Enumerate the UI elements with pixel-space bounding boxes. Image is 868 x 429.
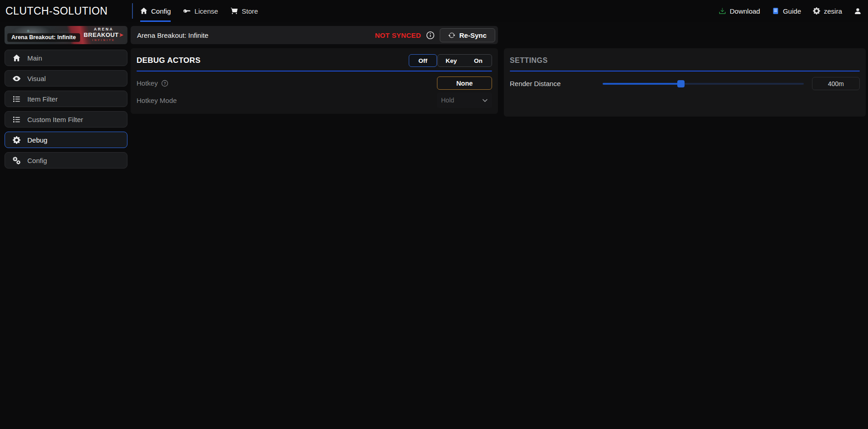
sidebar-item-label: Visual — [27, 75, 46, 82]
hotkey-mode-select[interactable]: Hold — [437, 92, 492, 108]
banner-game-label: Arena Breakout: Infinite — [7, 33, 80, 42]
render-distance-value: 400m — [812, 77, 860, 90]
sidebar-item-debug[interactable]: Debug — [5, 132, 127, 148]
debug-actors-card: DEBUG ACTORS Off Key On Hotkey ? None Ho… — [131, 48, 498, 114]
tab-store[interactable]: Store — [231, 0, 258, 22]
resync-button[interactable]: Re-Sync — [440, 28, 495, 42]
settings-panel: SETTINGS Render Distance 400m — [504, 48, 866, 117]
book-icon — [772, 7, 779, 15]
refresh-icon — [448, 32, 455, 39]
sidebar-item-main[interactable]: Main — [5, 50, 127, 66]
sync-status-badge: NOT SYNCED — [375, 31, 421, 39]
sidebar-item-label: Config — [27, 157, 47, 164]
settings-title: SETTINGS — [510, 56, 548, 65]
hotkey-label: Hotkey ? — [137, 79, 168, 87]
hotkey-bind-button[interactable]: None — [437, 77, 492, 90]
eye-icon — [13, 75, 20, 82]
tab-config[interactable]: Config — [140, 0, 171, 22]
slider-handle[interactable] — [677, 80, 685, 87]
sidebar-item-item-filter[interactable]: Item Filter — [5, 91, 127, 107]
toggle-off-button[interactable]: Off — [409, 54, 437, 67]
render-distance-slider[interactable] — [603, 80, 804, 87]
sidebar-item-config[interactable]: Config — [5, 152, 127, 169]
gear-icon — [813, 7, 820, 15]
hotkey-mode-label: Hotkey Mode — [137, 97, 177, 104]
question-circle-icon[interactable]: ? — [161, 80, 168, 87]
toggle-on-button[interactable]: On — [465, 55, 492, 66]
sync-cluster: NOT SYNCED Re-Sync — [375, 28, 495, 42]
section-divider — [137, 71, 492, 72]
list-icon — [13, 116, 20, 123]
download-link[interactable]: Download — [719, 7, 760, 15]
person-icon[interactable] — [854, 7, 862, 15]
tab-store-label: Store — [242, 7, 258, 15]
section-divider — [510, 71, 860, 72]
header-tabs: Config License Store — [140, 0, 258, 22]
svg-text:?: ? — [163, 81, 166, 86]
banner-arrow-icon: ➤ — [119, 31, 124, 38]
list-icon — [13, 95, 20, 103]
render-distance-label: Render Distance — [510, 80, 603, 87]
username-label: zesira — [824, 7, 842, 15]
debug-toggle-group: Off Key On — [409, 54, 492, 67]
banner-brand-logo: ARENA BREAKOUT➤ INFINITE — [84, 27, 124, 41]
sidebar-item-label: Main — [27, 54, 42, 62]
header-right-cluster: Download Guide zesira — [719, 0, 862, 22]
render-distance-row: Render Distance 400m — [510, 77, 860, 90]
tab-license-label: License — [194, 7, 218, 15]
info-icon[interactable] — [426, 31, 435, 40]
guide-link[interactable]: Guide — [772, 7, 801, 15]
chevron-down-icon — [482, 97, 488, 103]
settings-header: SETTINGS — [510, 48, 860, 67]
sidebar-item-custom-item-filter[interactable]: Custom Item Filter — [5, 111, 127, 128]
slider-fill — [603, 83, 681, 85]
game-banner[interactable]: ARENA BREAKOUT➤ INFINITE Arena Breakout:… — [5, 26, 127, 44]
app-header: CLUTCH-SOLUTION Config License Store — [0, 0, 868, 22]
hotkey-mode-value: Hold — [441, 97, 454, 104]
header-divider — [132, 3, 133, 19]
tab-license[interactable]: License — [183, 0, 218, 22]
guide-label: Guide — [783, 7, 801, 15]
gear-icon — [13, 136, 20, 144]
cart-icon — [231, 7, 238, 15]
main-content: Arena Breakout: Infinite NOT SYNCED Re-S… — [131, 26, 498, 114]
user-settings[interactable]: zesira — [813, 7, 842, 15]
sidebar-item-label: Item Filter — [27, 95, 58, 103]
download-label: Download — [730, 7, 760, 15]
home-icon — [140, 7, 147, 15]
banner-logo-top: ARENA — [84, 27, 124, 31]
gears-icon — [13, 157, 20, 164]
debug-actors-header: DEBUG ACTORS Off Key On — [137, 48, 492, 67]
key-icon — [183, 7, 191, 15]
download-icon — [719, 7, 726, 15]
banner-logo-bottom: INFINITE — [84, 39, 124, 41]
game-title: Arena Breakout: Infinite — [137, 31, 208, 39]
game-topbar: Arena Breakout: Infinite NOT SYNCED Re-S… — [131, 26, 498, 44]
sidebar: ARENA BREAKOUT➤ INFINITE Arena Breakout:… — [5, 26, 127, 173]
resync-label: Re-Sync — [459, 31, 487, 39]
hotkey-row: Hotkey ? None — [137, 77, 492, 90]
banner-logo-mid: BREAKOUT➤ — [84, 32, 124, 38]
sidebar-item-label: Debug — [27, 136, 47, 144]
toggle-key-button[interactable]: Key — [438, 55, 465, 66]
app-logo: CLUTCH-SOLUTION — [5, 0, 108, 22]
toggle-keyon-group: Key On — [437, 54, 492, 67]
hotkey-mode-row: Hotkey Mode Hold — [137, 92, 492, 108]
section-title: DEBUG ACTORS — [137, 56, 201, 65]
sidebar-item-label: Custom Item Filter — [27, 116, 83, 123]
sidebar-item-visual[interactable]: Visual — [5, 70, 127, 87]
tab-config-label: Config — [151, 7, 171, 15]
home-icon — [13, 54, 20, 62]
